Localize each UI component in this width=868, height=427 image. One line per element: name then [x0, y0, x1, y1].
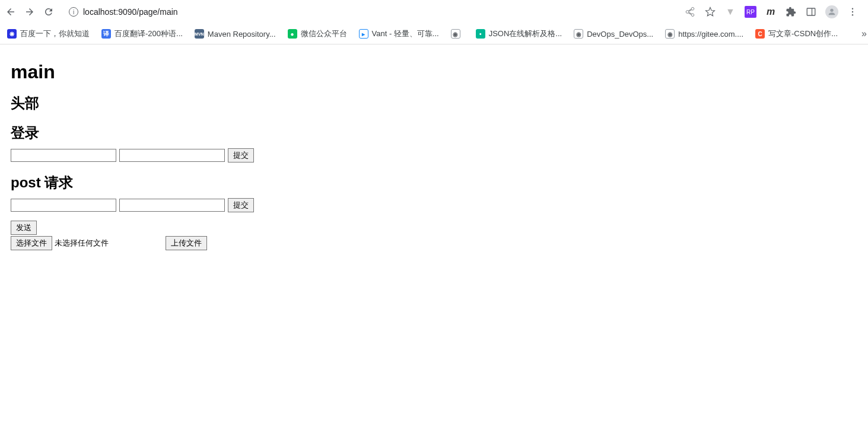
extensions-icon[interactable]	[785, 6, 797, 18]
back-button[interactable]	[5, 6, 17, 18]
purple-ext-icon[interactable]: RP	[745, 6, 756, 18]
m-ext-icon[interactable]: m	[765, 6, 777, 18]
bookmark-json[interactable]: • JSON在线解析及格...	[476, 28, 562, 39]
wechat-icon: ●	[288, 29, 297, 39]
vant-icon: ▸	[359, 29, 368, 39]
send-button[interactable]: 发送	[11, 221, 37, 235]
nav-buttons	[5, 6, 55, 18]
bookmark-gitee[interactable]: ◉ https://gitee.com....	[665, 29, 743, 39]
post-form-row: 提交	[11, 198, 857, 212]
maven-icon: MVN	[195, 29, 204, 39]
url-text: localhost:9090/page/main	[83, 7, 178, 17]
heading-header: 头部	[11, 94, 857, 113]
bookmark-maven[interactable]: MVN Maven Repository...	[195, 29, 276, 39]
address-bar[interactable]: i localhost:9090/page/main	[64, 7, 679, 17]
bookmark-label: 写文章-CSDN创作...	[768, 28, 838, 39]
browser-toolbar: i localhost:9090/page/main ▼ RP m	[0, 0, 868, 24]
bookmark-label: Vant - 轻量、可靠...	[372, 28, 439, 39]
menu-icon[interactable]	[847, 6, 859, 18]
login-input-1[interactable]	[11, 149, 116, 162]
svg-rect-0	[807, 8, 815, 15]
svg-point-4	[852, 11, 853, 12]
forward-button[interactable]	[24, 6, 36, 18]
post-submit-button[interactable]: 提交	[228, 198, 254, 212]
file-row: 选择文件 未选择任何文件 上传文件	[11, 236, 857, 250]
no-file-text: 未选择任何文件	[55, 238, 109, 248]
bookmark-label: 微信公众平台	[301, 28, 347, 39]
bookmarks-overflow-icon[interactable]: »	[861, 28, 867, 39]
svg-point-2	[830, 9, 833, 12]
page-title: main	[11, 61, 857, 83]
gitee-icon: ◉	[665, 29, 675, 39]
globe-icon: ◉	[451, 29, 460, 39]
post-input-1[interactable]	[11, 199, 116, 212]
bookmark-baidu[interactable]: ❋ 百度一下，你就知道	[7, 28, 90, 39]
login-form-row: 提交	[11, 148, 857, 162]
share-icon[interactable]	[684, 6, 696, 18]
bookmark-globe1[interactable]: ◉	[451, 29, 464, 39]
bookmark-label: https://gitee.com....	[678, 30, 743, 39]
profile-avatar[interactable]	[825, 5, 838, 18]
json-icon: •	[476, 29, 485, 39]
reload-button[interactable]	[43, 6, 55, 18]
browser-chrome: i localhost:9090/page/main ▼ RP m	[0, 0, 868, 44]
devops-icon: ◉	[574, 29, 583, 39]
fanyi-icon: 译	[101, 29, 111, 39]
post-input-2[interactable]	[119, 199, 225, 212]
login-input-2[interactable]	[119, 149, 225, 162]
svg-point-3	[852, 8, 853, 9]
side-panel-icon[interactable]	[805, 6, 817, 18]
bookmark-vant[interactable]: ▸ Vant - 轻量、可靠...	[359, 28, 439, 39]
bookmark-label: DevOps_DevOps...	[587, 30, 653, 39]
bookmark-label: Maven Repository...	[208, 30, 276, 39]
bookmark-fanyi[interactable]: 译 百度翻译-200种语...	[101, 28, 183, 39]
bookmark-devops[interactable]: ◉ DevOps_DevOps...	[574, 29, 653, 39]
page-content: main 头部 登录 提交 post 请求 提交 发送 选择文件 未选择任何文件…	[0, 44, 868, 255]
vue-ext-icon[interactable]: ▼	[724, 6, 736, 18]
bookmark-label: 百度一下，你就知道	[20, 28, 90, 39]
heading-post: post 请求	[11, 173, 857, 192]
bookmark-label: JSON在线解析及格...	[489, 28, 562, 39]
csdn-icon: C	[755, 29, 765, 39]
choose-file-button[interactable]: 选择文件	[11, 236, 52, 250]
svg-point-5	[852, 14, 853, 15]
heading-login: 登录	[11, 123, 857, 142]
login-submit-button[interactable]: 提交	[228, 148, 254, 162]
star-icon[interactable]	[704, 6, 716, 18]
bookmark-label: 百度翻译-200种语...	[115, 28, 183, 39]
upload-file-button[interactable]: 上传文件	[166, 236, 207, 250]
toolbar-right-icons: ▼ RP m	[684, 5, 863, 18]
bookmarks-bar: ❋ 百度一下，你就知道 译 百度翻译-200种语... MVN Maven Re…	[0, 24, 868, 44]
bookmark-csdn[interactable]: C 写文章-CSDN创作...	[755, 28, 838, 39]
bookmark-wechat[interactable]: ● 微信公众平台	[288, 28, 347, 39]
site-info-icon[interactable]: i	[69, 7, 78, 17]
baidu-icon: ❋	[7, 29, 17, 39]
